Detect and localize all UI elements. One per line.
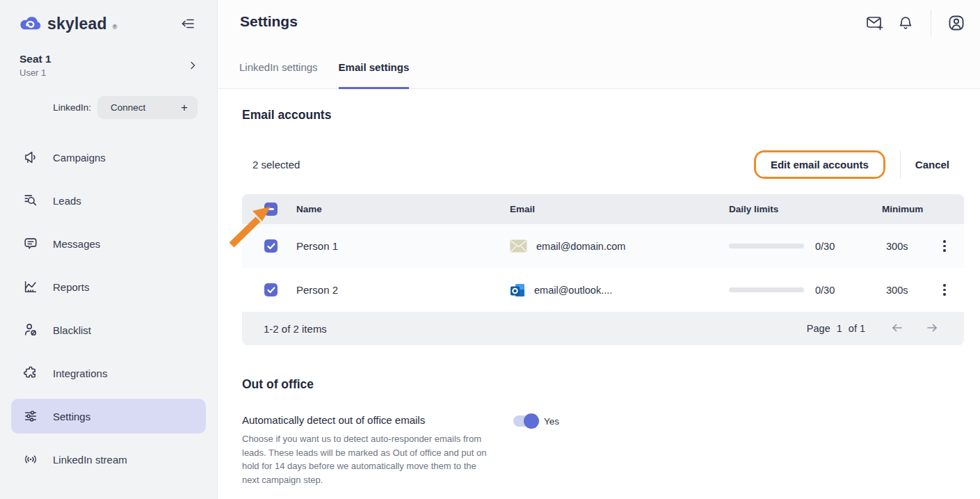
email-settings-panel: Email accounts 2 selected Edit email acc… xyxy=(218,89,980,486)
sidebar-item-reports[interactable]: Reports xyxy=(11,269,206,304)
sliders-icon xyxy=(23,409,38,424)
daily-limit-value: 0/30 xyxy=(815,241,835,252)
check-icon xyxy=(267,243,275,250)
page-number: 1 xyxy=(837,323,842,334)
table-row[interactable]: Person 2 email@outlook.... 0/30 300s xyxy=(242,268,964,312)
tab-linkedin-settings[interactable]: LinkedIn settings xyxy=(239,61,318,89)
chevron-right-icon xyxy=(186,59,199,72)
daily-limit-progressbar xyxy=(729,287,804,292)
ooo-setting-description: Choose if you want us to detect auto-res… xyxy=(242,432,491,486)
sidebar-item-linkedin-stream[interactable]: LinkedIn stream xyxy=(11,442,206,477)
account-button[interactable] xyxy=(941,9,972,37)
ooo-toggle-state: Yes xyxy=(544,416,559,427)
ooo-setting-label: Automatically detect out of office email… xyxy=(242,414,513,426)
generic-envelope-icon xyxy=(510,239,527,253)
indeterminate-icon xyxy=(268,208,274,210)
sidebar-item-messages[interactable]: Messages xyxy=(11,226,206,261)
page-label: Page xyxy=(807,323,830,334)
selection-toolbar: 2 selected Edit email accounts Cancel xyxy=(242,150,964,179)
pagination-range: 1-2 of 2 items xyxy=(264,323,327,335)
megaphone-icon xyxy=(23,150,38,165)
out-of-office-title: Out of office xyxy=(242,377,964,392)
column-header-email: Email xyxy=(510,204,729,214)
tab-email-settings[interactable]: Email settings xyxy=(339,61,410,89)
account-email: email@domain.com xyxy=(536,241,625,252)
sidebar-nav: Campaigns Leads Messages Reports xyxy=(0,140,217,477)
email-accounts-table: Name Email Daily limits Minimum Person 1 xyxy=(242,194,964,345)
sidebar: skylead ® Seat 1 User 1 LinkedIn: Connec… xyxy=(0,0,218,499)
daily-limit-value: 0/30 xyxy=(815,285,835,296)
seat-selector[interactable]: Seat 1 User 1 xyxy=(19,53,199,78)
arrow-left-icon xyxy=(890,322,904,334)
arrow-right-icon xyxy=(925,322,939,334)
notifications-button[interactable] xyxy=(890,9,921,37)
page-title: Settings xyxy=(240,13,298,30)
linkedin-label: LinkedIn: xyxy=(53,102,91,113)
envelope-plus-icon xyxy=(865,14,885,32)
previous-page-button[interactable] xyxy=(885,319,910,339)
check-icon xyxy=(267,287,275,294)
chart-icon xyxy=(23,279,38,294)
daily-limit-progressbar xyxy=(729,244,804,248)
account-name: Person 1 xyxy=(296,240,510,252)
out-of-office-setting: Automatically detect out of office email… xyxy=(242,414,964,486)
page-of-label: of 1 xyxy=(849,323,865,334)
avatar-icon xyxy=(947,14,965,32)
cancel-button[interactable]: Cancel xyxy=(915,159,964,171)
ooo-toggle[interactable] xyxy=(513,415,537,427)
toggle-knob xyxy=(524,413,539,429)
table-pagination: 1-2 of 2 items Page 1 of 1 xyxy=(242,312,964,345)
sidebar-item-leads[interactable]: Leads xyxy=(11,183,206,218)
leads-search-icon xyxy=(23,193,38,208)
select-all-checkbox[interactable] xyxy=(264,203,278,216)
seat-subtitle: User 1 xyxy=(19,68,51,78)
minimum-value: 300s xyxy=(882,285,935,296)
compose-email-button[interactable] xyxy=(860,9,890,37)
sidebar-item-campaigns[interactable]: Campaigns xyxy=(11,140,206,175)
puzzle-icon xyxy=(23,365,38,381)
topbar: Settings LinkedIn settings Email setting… xyxy=(218,0,980,89)
sidebar-item-settings[interactable]: Settings xyxy=(11,399,206,434)
outlook-icon xyxy=(510,283,525,298)
plus-icon: + xyxy=(181,101,188,115)
user-block-icon xyxy=(23,322,38,338)
bell-icon xyxy=(897,15,914,31)
selected-count: 2 selected xyxy=(252,159,300,171)
email-accounts-title: Email accounts xyxy=(242,108,964,122)
settings-tabs: LinkedIn settings Email settings xyxy=(239,61,409,89)
row-checkbox[interactable] xyxy=(264,239,278,253)
app-window: skylead ® Seat 1 User 1 LinkedIn: Connec… xyxy=(0,0,980,499)
main-area: Settings LinkedIn settings Email setting… xyxy=(218,0,980,499)
broadcast-icon xyxy=(23,452,38,467)
column-header-daily-limits: Daily limits xyxy=(729,204,882,214)
sidebar-item-integrations[interactable]: Integrations xyxy=(11,356,206,390)
row-checkbox[interactable] xyxy=(264,283,278,296)
column-header-name: Name xyxy=(296,204,510,214)
toolbar-divider xyxy=(900,150,901,178)
seat-title: Seat 1 xyxy=(19,53,51,65)
skylead-cloud-icon xyxy=(18,15,42,33)
column-header-minimum: Minimum xyxy=(882,204,935,214)
next-page-button[interactable] xyxy=(919,319,945,339)
linkedin-connect-button[interactable]: Connect + xyxy=(97,96,198,119)
row-menu-button[interactable] xyxy=(935,278,954,301)
topbar-divider xyxy=(931,10,931,36)
skylead-wordmark: skylead xyxy=(47,15,107,33)
row-menu-button[interactable] xyxy=(935,235,954,257)
chat-bubble-icon xyxy=(23,236,38,251)
edit-email-accounts-button[interactable]: Edit email accounts xyxy=(756,152,883,177)
annotation-highlight-ring: Edit email accounts xyxy=(754,150,885,179)
account-email: email@outlook.... xyxy=(534,285,612,296)
account-name: Person 2 xyxy=(296,284,510,296)
table-header-row: Name Email Daily limits Minimum xyxy=(242,194,964,224)
minimum-value: 300s xyxy=(882,241,935,252)
collapse-sidebar-icon xyxy=(179,15,198,32)
table-row[interactable]: Person 1 email@domain.com 0/30 300s xyxy=(242,224,964,268)
sidebar-item-blacklist[interactable]: Blacklist xyxy=(11,312,206,347)
sidebar-collapse-button[interactable] xyxy=(177,13,200,35)
skylead-logo: skylead ® xyxy=(18,15,117,33)
